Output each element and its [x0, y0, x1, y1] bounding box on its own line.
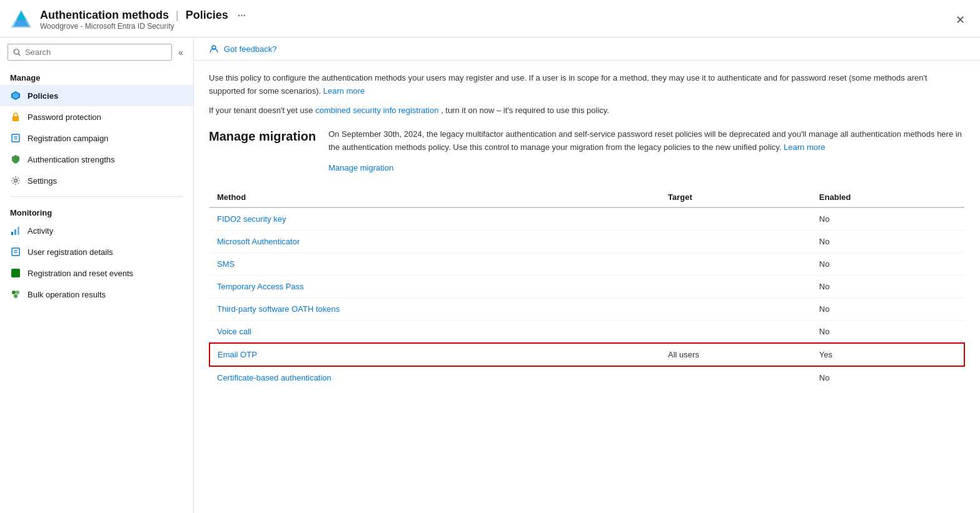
activity-icon	[10, 225, 21, 236]
method-link[interactable]: Microsoft Authenticator	[217, 237, 300, 246]
method-link[interactable]: Certificate-based authentication	[217, 373, 331, 382]
title-text: Authentication methods | Policies ··· Wo…	[40, 9, 246, 31]
method-cell: Temporary Access Pass	[210, 275, 660, 297]
method-link[interactable]: SMS	[217, 259, 235, 269]
method-cell: Certificate-based authentication	[210, 366, 660, 389]
policies-icon	[10, 90, 21, 101]
sidebar-item-policies[interactable]: Policies	[0, 85, 193, 106]
target-cell	[660, 252, 812, 275]
enabled-cell: No	[812, 320, 964, 343]
target-cell	[660, 230, 812, 252]
manage-migration-link[interactable]: Manage migration	[328, 162, 965, 175]
target-cell	[660, 366, 812, 389]
subtitle: Woodgrove - Microsoft Entra ID Security	[40, 22, 246, 31]
target-cell: All users	[660, 343, 812, 366]
sidebar-item-label: Bulk operation results	[28, 290, 106, 299]
table-row: Microsoft AuthenticatorNo	[210, 230, 964, 252]
content-area: Got feedback? Use this policy to configu…	[194, 37, 980, 513]
svg-rect-8	[12, 134, 19, 142]
page-title: Authentication methods | Policies ···	[40, 9, 246, 22]
svg-marker-2	[16, 11, 26, 20]
feedback-bar[interactable]: Got feedback?	[194, 37, 980, 61]
sidebar-item-label: Registration and reset events	[28, 269, 133, 278]
sidebar-item-auth-strengths[interactable]: Authentication strengths	[0, 149, 193, 170]
feedback-icon	[209, 44, 219, 54]
svg-line-4	[18, 54, 20, 56]
main-layout: « Manage Policies Password protection Re…	[0, 37, 980, 513]
desc-line-1: Use this policy to configure the authent…	[209, 72, 965, 98]
svg-point-21	[14, 294, 18, 298]
method-link[interactable]: Temporary Access Pass	[217, 282, 304, 291]
table-row: Third-party software OATH tokensNo	[210, 297, 964, 320]
method-cell: Voice call	[210, 320, 660, 343]
search-box[interactable]	[8, 44, 172, 61]
method-column-header: Method	[210, 187, 660, 207]
table-row: FIDO2 security keyNo	[210, 207, 964, 231]
search-input[interactable]	[25, 47, 166, 57]
close-button[interactable]: ✕	[951, 11, 970, 29]
table-row: Email OTPAll usersYes	[210, 343, 964, 366]
auth-strengths-icon	[10, 154, 21, 165]
collapse-button[interactable]: «	[176, 45, 186, 60]
table-row: Temporary Access PassNo	[210, 275, 964, 297]
table-row: Voice callNo	[210, 320, 964, 343]
enabled-cell: No	[812, 207, 964, 231]
manage-section-label: Manage	[0, 67, 193, 85]
method-link[interactable]: Third-party software OATH tokens	[217, 304, 340, 314]
enabled-cell: No	[812, 252, 964, 275]
migrate-desc: On September 30th, 2024, the legacy mult…	[328, 128, 965, 174]
search-icon	[13, 48, 21, 57]
method-link[interactable]: FIDO2 security key	[217, 214, 286, 224]
title-left: Authentication methods | Policies ··· Wo…	[10, 9, 246, 31]
enabled-cell: No	[812, 275, 964, 297]
sidebar-item-activity[interactable]: Activity	[0, 220, 193, 241]
sidebar-item-bulk-operation[interactable]: Bulk operation results	[0, 284, 193, 305]
method-link[interactable]: Voice call	[217, 327, 251, 336]
sidebar-item-label: Password protection	[28, 112, 101, 122]
settings-icon	[10, 175, 21, 186]
migration-learn-more-link[interactable]: Learn more	[784, 142, 825, 152]
monitoring-section-label: Monitoring	[0, 202, 193, 220]
svg-point-20	[16, 291, 19, 294]
sidebar-item-label: Registration campaign	[28, 134, 108, 143]
svg-rect-14	[18, 227, 19, 235]
registration-reset-icon	[10, 267, 21, 279]
enabled-cell: Yes	[812, 343, 964, 366]
enabled-cell: No	[812, 230, 964, 252]
sidebar-item-label: Activity	[28, 226, 53, 236]
target-cell	[660, 275, 812, 297]
method-cell: SMS	[210, 252, 660, 275]
target-cell	[660, 320, 812, 343]
sidebar-item-label: User registration details	[28, 247, 113, 257]
method-cell: Email OTP	[210, 343, 660, 366]
sidebar-item-password-protection[interactable]: Password protection	[0, 106, 193, 127]
learn-more-link-1[interactable]: Learn more	[323, 86, 365, 96]
password-protection-icon	[10, 111, 21, 122]
sidebar-item-user-registration[interactable]: User registration details	[0, 241, 193, 262]
title-bar: Authentication methods | Policies ··· Wo…	[0, 0, 980, 37]
target-cell	[660, 207, 812, 231]
svg-rect-13	[14, 229, 16, 235]
table-row: SMSNo	[210, 252, 964, 275]
sidebar-item-registration-campaign[interactable]: Registration campaign	[0, 127, 193, 149]
svg-rect-15	[12, 248, 19, 256]
table-header-row: Method Target Enabled	[210, 187, 964, 207]
table-row: Certificate-based authenticationNo	[210, 366, 964, 389]
combined-security-link[interactable]: combined security info registration	[315, 106, 438, 115]
svg-point-19	[12, 291, 16, 294]
svg-point-11	[14, 179, 18, 182]
sidebar: « Manage Policies Password protection Re…	[0, 37, 194, 513]
sidebar-item-registration-reset[interactable]: Registration and reset events	[0, 262, 193, 284]
search-row: «	[0, 37, 193, 67]
bulk-operation-icon	[10, 289, 21, 300]
desc-line-2: If your tenant doesn't yet use combined …	[209, 104, 965, 117]
sidebar-item-settings[interactable]: Settings	[0, 170, 193, 191]
target-column-header: Target	[660, 187, 812, 207]
enabled-cell: No	[812, 297, 964, 320]
method-cell: Third-party software OATH tokens	[210, 297, 660, 320]
sidebar-item-label: Authentication strengths	[28, 155, 114, 164]
svg-point-3	[14, 49, 19, 54]
method-link[interactable]: Email OTP	[218, 350, 257, 359]
sidebar-item-label: Settings	[28, 176, 57, 186]
title-ellipsis[interactable]: ···	[238, 10, 246, 21]
